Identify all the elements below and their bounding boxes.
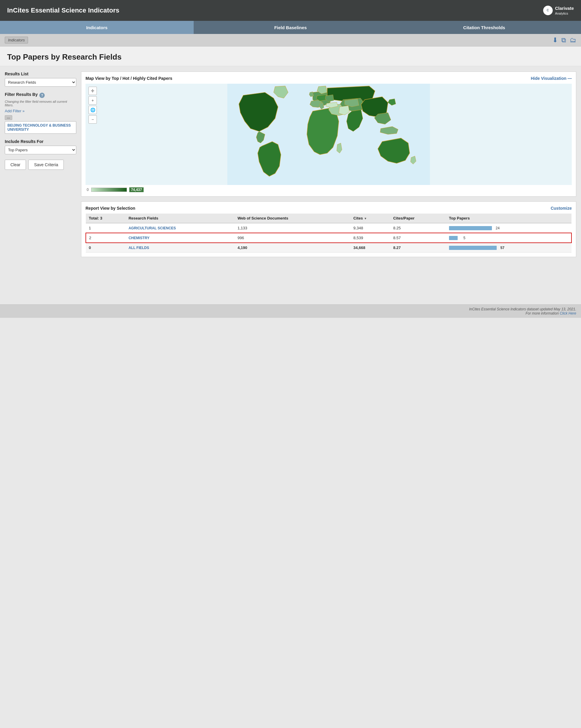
right-panel: Map View by Top / Hot / Highly Cited Pap… <box>81 72 576 299</box>
add-view-icon[interactable]: 🗂 <box>570 36 576 44</box>
footer-line2: For more information <box>526 311 559 315</box>
report-section: Report View by Selection Customize Total… <box>81 201 576 257</box>
col-top-papers: Top Papers <box>446 214 572 223</box>
table-header-row: Total: 3 Research Fields Web of Science … <box>86 214 572 223</box>
logo-icon: C <box>543 6 553 15</box>
map-header: Map View by Top / Hot / Highly Cited Pap… <box>85 76 572 81</box>
clarivate-logo: C Clarivate Analytics <box>543 5 574 16</box>
table-row[interactable]: 0 ALL FIELDS 4,190 34,668 8.27 57 <box>86 243 572 253</box>
customize-button[interactable]: Customize <box>551 206 572 211</box>
cell-wos-docs: 996 <box>234 233 350 243</box>
filter-results-label: Filter Results By <box>5 92 37 97</box>
clear-button[interactable]: Clear <box>5 160 26 170</box>
page-title-area: Top Papers by Research Fields <box>0 47 581 66</box>
cell-top-papers: 57 <box>446 243 572 253</box>
cell-rank: 1 <box>86 223 125 233</box>
results-list-label: Results List <box>5 72 76 76</box>
world-map-svg <box>85 84 572 185</box>
results-list-select[interactable]: Research Fields Countries/Territories In… <box>5 78 76 87</box>
app-header: InCites Essential Science Indicators C C… <box>0 0 581 21</box>
copy-icon[interactable]: ⧉ <box>561 36 566 44</box>
cell-cites: 9,348 <box>350 223 390 233</box>
footer-line1: InCites Essential Science Indicators dat… <box>5 307 576 311</box>
cell-wos-docs: 4,190 <box>234 243 350 253</box>
legend-bar <box>91 188 127 192</box>
map-section: Map View by Top / Hot / Highly Cited Pap… <box>81 72 576 197</box>
col-rank: Total: 3 <box>86 214 125 223</box>
table-row[interactable]: 1 AGRICULTURAL SCIENCES 1,133 9,348 8.25… <box>86 223 572 233</box>
save-criteria-button[interactable]: Save Criteria <box>28 160 64 170</box>
page-title: Top Papers by Research Fields <box>7 52 574 62</box>
main-content: Results List Research Fields Countries/T… <box>0 66 581 305</box>
legend-min: 0 <box>87 188 89 192</box>
world-map-container[interactable]: ✛ + 🌐 − <box>85 84 572 185</box>
hide-visualization-button[interactable]: Hide Visualization — <box>531 76 572 81</box>
footer-link[interactable]: Click Here <box>560 311 576 315</box>
cell-field[interactable]: AGRICULTURAL SCIENCES <box>125 223 234 233</box>
table-row[interactable]: 2 CHEMISTRY 996 8,539 8.57 5 <box>86 233 572 243</box>
toolbar: Indicators ⬇ ⧉ 🗂 <box>0 34 581 47</box>
logo-brand: Clarivate <box>555 5 574 11</box>
cell-cites-per-paper: 8.27 <box>390 243 446 253</box>
logo-sub: Analytics <box>555 11 574 16</box>
globe-control[interactable]: 🌐 <box>89 106 97 114</box>
pan-control[interactable]: ✛ <box>89 87 97 95</box>
sidebar: Results List Research Fields Countries/T… <box>5 72 76 299</box>
cell-top-papers: 5 <box>446 233 572 243</box>
filter-results-section: Filter Results By ? Changing the filter … <box>5 92 76 134</box>
filter-note: Changing the filter field removes all cu… <box>5 100 76 107</box>
cell-wos-docs: 1,133 <box>234 223 350 233</box>
breadcrumb: Indicators <box>5 37 28 44</box>
legend-max: 74,437 <box>129 187 144 192</box>
zoom-in-control[interactable]: + <box>89 96 97 105</box>
nav-citation-thresholds[interactable]: Citation Thresholds <box>387 21 581 34</box>
filter-badge: — <box>5 115 12 120</box>
cell-rank: 0 <box>86 243 125 253</box>
cell-cites-per-paper: 8.25 <box>390 223 446 233</box>
include-results-select[interactable]: Top Papers Hot Papers Highly Cited Paper… <box>5 146 76 154</box>
col-cites[interactable]: Cites ▼ <box>350 214 390 223</box>
cell-field[interactable]: ALL FIELDS <box>125 243 234 253</box>
cell-field[interactable]: CHEMISTRY <box>125 233 234 243</box>
nav-indicators[interactable]: Indicators <box>0 21 194 34</box>
sidebar-buttons: Clear Save Criteria <box>5 160 76 170</box>
col-cites-per-paper: Cites/Paper <box>390 214 446 223</box>
filter-help-icon[interactable]: ? <box>39 93 45 98</box>
zoom-out-control[interactable]: − <box>89 115 97 124</box>
app-title: InCites Essential Science Indicators <box>7 6 120 14</box>
include-results-label: Include Results For <box>5 139 76 144</box>
include-results-section: Include Results For Top Papers Hot Paper… <box>5 139 76 154</box>
col-field: Research Fields <box>125 214 234 223</box>
add-filter-link[interactable]: Add Filter » <box>5 109 76 113</box>
report-title: Report View by Selection <box>85 206 135 211</box>
main-nav: Indicators Field Baselines Citation Thre… <box>0 21 581 34</box>
cites-sort-arrow: ▼ <box>364 217 367 220</box>
col-wos-docs: Web of Science Documents <box>234 214 350 223</box>
nav-field-baselines[interactable]: Field Baselines <box>194 21 387 34</box>
map-legend: 0 74,437 <box>85 187 572 192</box>
cell-cites: 34,668 <box>350 243 390 253</box>
cell-rank: 2 <box>86 233 125 243</box>
results-list-section: Results List Research Fields Countries/T… <box>5 72 76 87</box>
map-controls: ✛ + 🌐 − <box>89 87 97 124</box>
cell-top-papers: 24 <box>446 223 572 233</box>
cell-cites: 8,539 <box>350 233 390 243</box>
report-header: Report View by Selection Customize <box>85 206 572 211</box>
report-table: Total: 3 Research Fields Web of Science … <box>85 214 572 253</box>
cell-cites-per-paper: 8.57 <box>390 233 446 243</box>
map-title: Map View by Top / Hot / Highly Cited Pap… <box>85 76 172 81</box>
footer: InCites Essential Science Indicators dat… <box>0 305 581 318</box>
filter-value-box: BEIJING TECHNOLOGY & BUSINESS UNIVERSITY <box>5 121 76 134</box>
download-icon[interactable]: ⬇ <box>552 36 558 44</box>
toolbar-actions: ⬇ ⧉ 🗂 <box>552 36 576 44</box>
